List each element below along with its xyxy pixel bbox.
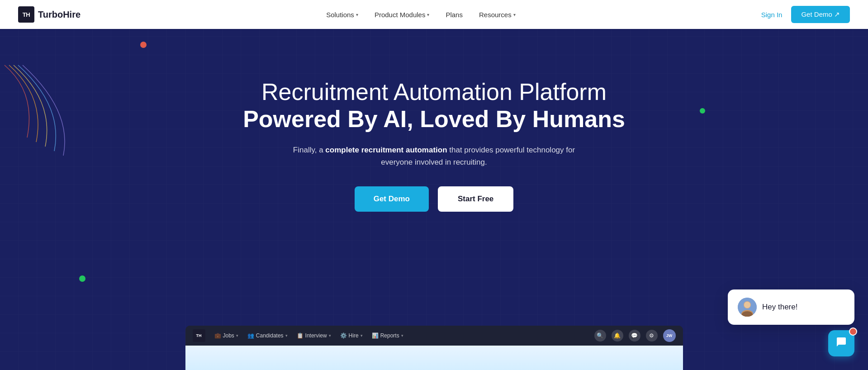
app-nav-jobs[interactable]: 💼 Jobs ▾ bbox=[214, 332, 238, 339]
nav-solutions[interactable]: Solutions ▾ bbox=[326, 11, 358, 19]
app-content-preview bbox=[185, 346, 683, 370]
chevron-down-icon: ▾ bbox=[427, 12, 429, 17]
app-nav-bar: TH 💼 Jobs ▾ 👥 Candidates ▾ 📋 Interview ▾… bbox=[185, 326, 683, 346]
nav-resources[interactable]: Resources ▾ bbox=[479, 11, 516, 19]
chevron-down-icon: ▾ bbox=[329, 333, 331, 338]
chevron-down-icon: ▾ bbox=[236, 333, 238, 338]
chevron-down-icon: ▾ bbox=[285, 333, 288, 338]
app-nav-icons: 🔍 🔔 💬 ⚙ JW bbox=[594, 329, 676, 342]
nav-product-modules[interactable]: Product Modules ▾ bbox=[375, 11, 430, 19]
chat-avatar bbox=[738, 298, 757, 317]
subtitle-pre: Finally, a bbox=[293, 146, 326, 154]
candidates-icon: 👥 bbox=[247, 332, 254, 339]
interview-icon: 📋 bbox=[297, 332, 304, 339]
nav-plans[interactable]: Plans bbox=[446, 11, 463, 19]
hero-buttons: Get Demo Start Free bbox=[243, 186, 625, 212]
chat-icon bbox=[835, 336, 848, 351]
decorative-dot-green-top bbox=[700, 108, 705, 114]
message-icon[interactable]: 💬 bbox=[629, 330, 640, 342]
settings-icon[interactable]: ⚙ bbox=[646, 330, 658, 342]
chat-open-button[interactable] bbox=[828, 330, 854, 356]
arc-decoration bbox=[0, 56, 90, 156]
chevron-down-icon: ▾ bbox=[513, 12, 516, 17]
chat-message: Hey there! bbox=[762, 303, 797, 312]
decorative-dot-green-bottom bbox=[79, 275, 85, 282]
logo[interactable]: TH TurboHire bbox=[18, 6, 81, 23]
search-icon[interactable]: 🔍 bbox=[594, 330, 606, 342]
hero-title-thin: Recruitment Automation Platform bbox=[243, 79, 625, 106]
chat-widget: Hey there! bbox=[728, 289, 854, 356]
sign-in-button[interactable]: Sign In bbox=[761, 11, 783, 19]
app-nav-hire[interactable]: ⚙️ Hire ▾ bbox=[340, 332, 363, 339]
app-nav-interview[interactable]: 📋 Interview ▾ bbox=[297, 332, 331, 339]
app-nav-reports[interactable]: 📊 Reports ▾ bbox=[372, 332, 403, 339]
navbar: TH TurboHire Solutions ▾ Product Modules… bbox=[0, 0, 868, 29]
chevron-down-icon: ▾ bbox=[401, 333, 403, 338]
get-demo-nav-button[interactable]: Get Demo ↗ bbox=[791, 6, 850, 23]
user-avatar[interactable]: JW bbox=[663, 329, 676, 342]
jobs-icon: 💼 bbox=[214, 332, 221, 339]
hero-title-bold: Powered By AI, Loved By Humans bbox=[243, 106, 625, 133]
chevron-down-icon: ▾ bbox=[360, 333, 363, 338]
hero-subtitle: Finally, a complete recruitment automati… bbox=[280, 144, 588, 168]
app-nav-candidates[interactable]: 👥 Candidates ▾ bbox=[247, 332, 288, 339]
decorative-dot-red bbox=[140, 42, 147, 48]
logo-initials: TH bbox=[23, 11, 30, 18]
hire-icon: ⚙️ bbox=[340, 332, 347, 339]
hero-content: Recruitment Automation Platform Powered … bbox=[243, 79, 625, 212]
chevron-down-icon: ▾ bbox=[356, 12, 358, 17]
chat-bubble: Hey there! bbox=[728, 289, 854, 325]
navbar-actions: Sign In Get Demo ↗ bbox=[761, 6, 850, 23]
navbar-nav: Solutions ▾ Product Modules ▾ Plans Reso… bbox=[326, 11, 516, 19]
logo-box: TH bbox=[18, 6, 34, 23]
subtitle-bold: complete recruitment automation bbox=[325, 146, 447, 154]
hero-start-free-button[interactable]: Start Free bbox=[438, 186, 513, 212]
logo-text: TurboHire bbox=[38, 9, 81, 20]
reports-icon: 📊 bbox=[372, 332, 379, 339]
hero-get-demo-button[interactable]: Get Demo bbox=[355, 186, 429, 212]
svg-point-3 bbox=[744, 302, 750, 308]
chat-notification-badge bbox=[849, 327, 857, 336]
app-preview: TH 💼 Jobs ▾ 👥 Candidates ▾ 📋 Interview ▾… bbox=[185, 326, 683, 370]
notification-icon[interactable]: 🔔 bbox=[612, 330, 623, 342]
app-logo: TH bbox=[193, 329, 205, 342]
